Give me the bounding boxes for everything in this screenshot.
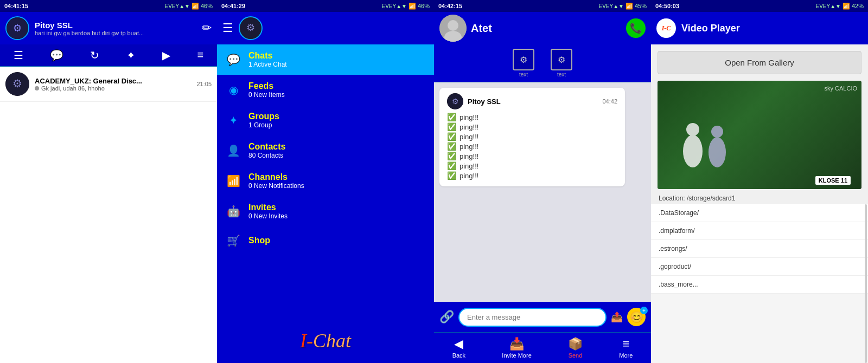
- message-bubble: ⚙ Pitoy SSL 04:42 ✅ ping!!! ✅ ping!!! ✅ …: [439, 88, 625, 186]
- time-4: 04:50:03: [655, 3, 679, 9]
- shop-text: Shop: [248, 236, 270, 245]
- svg-point-12: [686, 123, 699, 136]
- open-gallery-button[interactable]: Open From Gallery: [658, 51, 861, 74]
- more-icon[interactable]: ≡: [197, 49, 204, 62]
- msg-text-4: ping!!!: [459, 142, 478, 151]
- file-item-5[interactable]: .bass_more...: [651, 276, 868, 294]
- toolbar-1: ☰ 💬 ↻ ✦ ▶ ≡: [0, 44, 217, 67]
- feeds-subtitle: 0 New Items: [248, 91, 285, 99]
- battery-1: 46%: [201, 3, 213, 9]
- tool-text-2[interactable]: ⚙ text: [551, 49, 572, 77]
- chat-icon[interactable]: 💬: [50, 49, 63, 62]
- jersey-label: KLOSE 11: [815, 176, 851, 185]
- emoji-button[interactable]: 😊 +: [627, 308, 646, 326]
- menu-item-contacts[interactable]: 👤 Contacts 80 Contacts: [217, 135, 434, 166]
- header-sub-1: hari ini gw ga berdoa but diri gw tp bua…: [35, 30, 196, 36]
- menu-item-channels[interactable]: 📶 Channels 0 New Notifications: [217, 166, 434, 196]
- msg-line-5: ✅ ping!!!: [447, 152, 617, 160]
- invite-icon: 📥: [509, 337, 524, 351]
- feeds-text: Feeds 0 New Items: [248, 81, 285, 99]
- offline-dot: [35, 86, 39, 90]
- invite-label: Invite More: [502, 352, 531, 359]
- svg-point-11: [683, 135, 703, 167]
- back-icon: ◀: [454, 337, 463, 351]
- groups-text: Groups 1 Group: [248, 112, 279, 129]
- header-name-1: Pitoy SSL: [35, 21, 196, 30]
- menu-item-invites[interactable]: 🤖 Invites 0 New Invites: [217, 196, 434, 226]
- attach-icon[interactable]: 🔗: [439, 310, 454, 324]
- network-label-4: EVEY▲▼: [815, 3, 840, 9]
- hamburger-icon[interactable]: ☰: [222, 21, 233, 35]
- message-input[interactable]: [458, 308, 607, 327]
- groups-menu-icon: ✦: [226, 113, 241, 128]
- menu-item-groups[interactable]: ✦ Groups 1 Group: [217, 105, 434, 135]
- panel4-header: I-C Video Player: [651, 12, 868, 44]
- msg-line-6: ✅ ping!!!: [447, 161, 617, 170]
- scrollbar[interactable]: [865, 204, 867, 363]
- shop-title: Shop: [248, 236, 270, 245]
- send-icon[interactable]: 📤: [611, 311, 623, 323]
- refresh-icon[interactable]: ↻: [90, 49, 99, 62]
- contacts-title: Contacts: [248, 142, 285, 152]
- svg-text:⚙: ⚙: [246, 22, 255, 33]
- send-button[interactable]: 📦 Send: [568, 337, 583, 359]
- invites-subtitle: 0 New Invites: [248, 212, 288, 220]
- msg-text-3: ping!!!: [459, 133, 478, 141]
- jersey-text: KLOSE 11: [819, 177, 847, 184]
- video-placeholder: sky CALCIO KLOSE 11: [658, 81, 861, 189]
- compose-icon[interactable]: ✏: [202, 21, 212, 35]
- panel3-toolbar: ⚙ text ⚙ text: [434, 44, 651, 82]
- check-icon-3: ✅: [447, 132, 456, 141]
- check-icon-7: ✅: [447, 171, 456, 180]
- groups-title: Groups: [248, 112, 279, 121]
- status-bar-4: 04:50:03 EVEY▲▼ 📶 42%: [651, 0, 868, 12]
- msg-text-2: ping!!!: [459, 123, 478, 131]
- feeds-title: Feeds: [248, 81, 285, 91]
- status-bar-1: 04:41:15 EVEY▲▼ 📶 46%: [0, 0, 217, 12]
- groups-subtitle: 1 Group: [248, 121, 279, 129]
- network-label-2: EVEY▲▼: [381, 3, 406, 9]
- chat-item-avatar: ⚙: [5, 72, 29, 96]
- msg-text-5: ping!!!: [459, 152, 478, 160]
- call-button[interactable]: 📞: [626, 18, 646, 38]
- menu-item-chats[interactable]: 💬 Chats 1 Active Chat: [217, 44, 434, 75]
- feeds-icon: ◉: [226, 82, 241, 98]
- more-button[interactable]: ≡ More: [619, 337, 633, 359]
- play-icon[interactable]: ▶: [162, 49, 170, 62]
- svg-text:⚙: ⚙: [452, 97, 459, 106]
- network-label-1: EVEY▲▼: [164, 3, 189, 9]
- chat-item-msg-text: Gk jadi, udah 86, hhoho: [41, 85, 105, 92]
- invite-more-button[interactable]: 📥 Invite More: [502, 337, 531, 359]
- check-icon-5: ✅: [447, 152, 456, 160]
- tool-text-1[interactable]: ⚙ text: [513, 49, 534, 77]
- signal-2: 📶: [409, 3, 416, 10]
- chat-item[interactable]: ⚙ ACADEMY_UKZ: General Disc... Gk jadi, …: [0, 67, 217, 102]
- file-item-3[interactable]: .estrongs/: [651, 240, 868, 258]
- signal-3: 📶: [626, 3, 633, 10]
- text-tool-label-2: text: [557, 72, 566, 77]
- menu-header-avatar: ⚙: [239, 16, 263, 40]
- file-item-1[interactable]: .DataStorage/: [651, 204, 868, 222]
- contacts-icon: 👤: [226, 143, 241, 158]
- contacts-text: Contacts 80 Contacts: [248, 142, 285, 159]
- menu-icon[interactable]: ☰: [14, 49, 23, 62]
- battery-4: 42%: [852, 3, 864, 9]
- channels-text: Channels 0 New Notifications: [248, 172, 304, 190]
- menu-item-feeds[interactable]: ◉ Feeds 0 New Items: [217, 75, 434, 105]
- status-right-4: EVEY▲▼ 📶 42%: [815, 3, 864, 10]
- panel-chat-conversation: 04:42:15 EVEY▲▼ 📶 45% Atet 📞 ⚙ text ⚙: [434, 0, 651, 363]
- contact-name: Atet: [471, 22, 622, 35]
- text-tool-icon-2: ⚙: [551, 49, 572, 70]
- file-item-4[interactable]: .goproduct/: [651, 258, 868, 276]
- msg-text-6: ping!!!: [459, 162, 478, 170]
- check-icon-6: ✅: [447, 161, 456, 170]
- channels-subtitle: 0 New Notifications: [248, 182, 304, 190]
- groups-icon[interactable]: ✦: [126, 49, 136, 62]
- channels-title: Channels: [248, 172, 304, 182]
- file-item-2[interactable]: .dmplatform/: [651, 222, 868, 240]
- chat-item-msg: Gk jadi, udah 86, hhoho: [35, 85, 196, 92]
- back-button[interactable]: ◀ Back: [452, 337, 465, 359]
- svg-point-7: [448, 20, 458, 31]
- menu-item-shop[interactable]: 🛒 Shop: [217, 226, 434, 255]
- chats-subtitle: 1 Active Chat: [248, 61, 287, 68]
